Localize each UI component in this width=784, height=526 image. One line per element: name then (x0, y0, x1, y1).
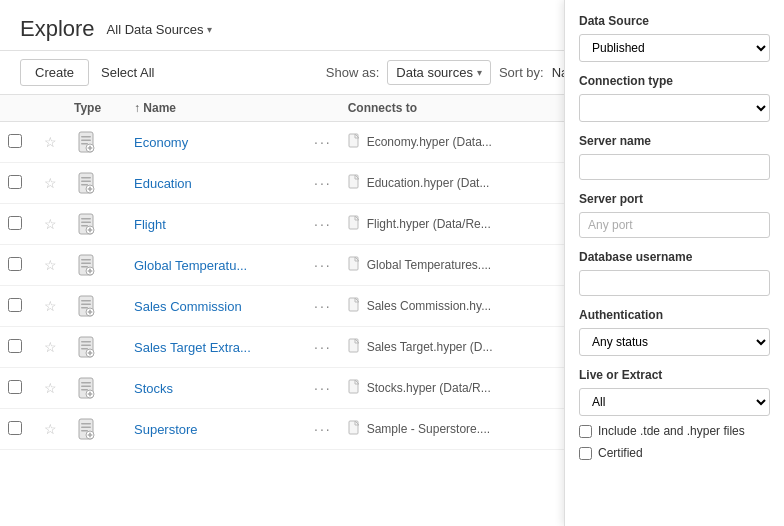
row-type-cell (66, 286, 126, 327)
connects-to-text: Economy.hyper (Data... (367, 135, 492, 149)
star-icon[interactable]: ☆ (44, 257, 57, 273)
select-all-button[interactable]: Select All (101, 65, 154, 80)
svg-rect-25 (81, 222, 91, 224)
row-name-cell: Sales Target Extra... (126, 327, 306, 368)
row-star-cell: ☆ (36, 163, 66, 204)
more-options-button[interactable]: ··· (314, 175, 332, 191)
row-checkbox[interactable] (8, 339, 22, 353)
more-options-button[interactable]: ··· (314, 380, 332, 396)
connection-type-select[interactable] (579, 94, 770, 122)
col-header-type[interactable]: Type (66, 95, 126, 122)
row-type-cell (66, 163, 126, 204)
row-checkbox[interactable] (8, 257, 22, 271)
star-icon[interactable]: ☆ (44, 298, 57, 314)
row-star-cell: ☆ (36, 409, 66, 450)
row-type-cell (66, 368, 126, 409)
row-name-cell: Education (126, 163, 306, 204)
include-tde-checkbox[interactable] (579, 425, 592, 438)
datasource-type-icon (74, 415, 98, 443)
svg-rect-42 (81, 307, 88, 309)
svg-rect-34 (81, 266, 88, 268)
db-username-label: Database username (579, 250, 770, 264)
row-star-cell: ☆ (36, 204, 66, 245)
show-as-dropdown[interactable]: Data sources ▾ (387, 60, 491, 85)
row-star-cell: ☆ (36, 245, 66, 286)
datasource-filter-select[interactable]: Published (579, 34, 770, 62)
svg-rect-18 (81, 184, 88, 186)
more-options-button[interactable]: ··· (314, 339, 332, 355)
svg-rect-64 (81, 423, 91, 425)
datasource-type-icon (74, 210, 98, 238)
row-type-cell (66, 327, 126, 368)
star-icon[interactable]: ☆ (44, 421, 57, 437)
server-name-input[interactable] (579, 154, 770, 180)
row-checkbox-cell (0, 122, 36, 163)
row-more-cell: ··· (306, 409, 340, 450)
star-icon[interactable]: ☆ (44, 339, 57, 355)
row-checkbox[interactable] (8, 421, 22, 435)
datasource-type-icon (74, 128, 98, 156)
row-more-cell: ··· (306, 245, 340, 286)
more-options-button[interactable]: ··· (314, 257, 332, 273)
more-options-button[interactable]: ··· (314, 298, 332, 314)
star-icon[interactable]: ☆ (44, 216, 57, 232)
show-as-label: Show as: (326, 65, 379, 80)
svg-rect-13 (88, 147, 93, 149)
db-username-input[interactable] (579, 270, 770, 296)
row-checkbox-cell (0, 204, 36, 245)
datasource-dropdown[interactable]: All Data Sources ▾ (107, 22, 213, 37)
row-checkbox-cell (0, 327, 36, 368)
more-options-button[interactable]: ··· (314, 134, 332, 150)
datasource-name-link[interactable]: Stocks (134, 381, 173, 396)
create-button[interactable]: Create (20, 59, 89, 86)
svg-rect-49 (81, 345, 91, 347)
row-checkbox[interactable] (8, 380, 22, 394)
file-icon (348, 174, 361, 192)
app-container: Explore All Data Sources ▾ Create Select… (0, 0, 784, 526)
datasource-name-link[interactable]: Superstore (134, 422, 198, 437)
svg-rect-8 (81, 136, 91, 138)
star-icon[interactable]: ☆ (44, 175, 57, 191)
datasource-type-icon (74, 251, 98, 279)
authentication-select[interactable]: Any status (579, 328, 770, 356)
sort-by-label: Sort by: (499, 65, 544, 80)
row-type-cell (66, 204, 126, 245)
svg-rect-61 (88, 393, 93, 395)
datasource-name-link[interactable]: Flight (134, 217, 166, 232)
row-checkbox-cell (0, 368, 36, 409)
certified-checkbox[interactable] (579, 447, 592, 460)
row-checkbox-cell (0, 286, 36, 327)
datasource-name-link[interactable]: Economy (134, 135, 188, 150)
row-name-cell: Global Temperatu... (126, 245, 306, 286)
live-or-extract-select[interactable]: All (579, 388, 770, 416)
svg-rect-40 (81, 300, 91, 302)
star-icon[interactable]: ☆ (44, 380, 57, 396)
svg-rect-21 (88, 188, 93, 190)
datasource-name-link[interactable]: Global Temperatu... (134, 258, 247, 273)
row-name-cell: Flight (126, 204, 306, 245)
server-port-input[interactable] (579, 212, 770, 238)
row-checkbox[interactable] (8, 298, 22, 312)
datasource-type-icon (74, 333, 98, 361)
file-icon (348, 133, 361, 151)
row-checkbox[interactable] (8, 175, 22, 189)
star-icon[interactable]: ☆ (44, 134, 57, 150)
datasource-name-link[interactable]: Sales Commission (134, 299, 242, 314)
row-name-cell: Economy (126, 122, 306, 163)
datasource-name-link[interactable]: Sales Target Extra... (134, 340, 251, 355)
connects-to-text: Sales Target.hyper (D... (367, 340, 493, 354)
include-tde-label[interactable]: Include .tde and .hyper files (598, 424, 745, 438)
row-checkbox[interactable] (8, 216, 22, 230)
file-icon (348, 297, 361, 315)
svg-rect-17 (81, 181, 91, 183)
more-options-button[interactable]: ··· (314, 421, 332, 437)
more-options-button[interactable]: ··· (314, 216, 332, 232)
connects-to-text: Global Temperatures.... (367, 258, 492, 272)
datasource-filter-label: Data Source (579, 14, 770, 28)
col-header-name[interactable]: ↑ Name (126, 95, 306, 122)
certified-label[interactable]: Certified (598, 446, 643, 460)
row-checkbox-cell (0, 409, 36, 450)
row-star-cell: ☆ (36, 286, 66, 327)
row-checkbox[interactable] (8, 134, 22, 148)
datasource-name-link[interactable]: Education (134, 176, 192, 191)
